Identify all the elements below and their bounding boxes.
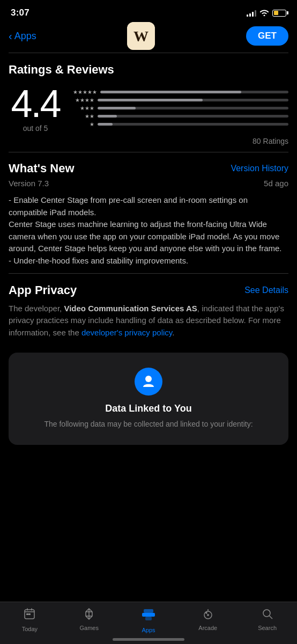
privacy-policy-link[interactable]: developer's privacy policy <box>81 328 172 337</box>
nav-item-today[interactable]: Today <box>8 608 51 632</box>
version-date: 5d ago <box>264 179 288 188</box>
big-rating-number: 4.4 <box>11 84 60 123</box>
status-icons <box>247 9 286 18</box>
version-history-link[interactable]: Version History <box>231 164 288 173</box>
back-button[interactable]: ‹ Apps <box>9 30 36 42</box>
status-bar: 3:07 <box>0 0 297 24</box>
home-indicator <box>113 638 184 641</box>
star-row-4: ★★★★ <box>73 97 288 103</box>
ratings-section: Ratings & Reviews 4.4 out of 5 ★★★★★ ★★★… <box>0 53 297 152</box>
star-label-3: ★★★ <box>73 105 94 111</box>
star-label-4: ★★★★ <box>73 97 94 103</box>
bar-track-5 <box>100 91 288 93</box>
apps-icon <box>141 608 156 625</box>
today-icon <box>23 608 36 624</box>
search-icon <box>261 608 274 623</box>
search-label: Search <box>258 625 277 631</box>
version-number: Version 7.3 <box>9 179 49 188</box>
data-linked-title: Data Linked to You <box>105 403 191 414</box>
svg-rect-12 <box>142 613 155 617</box>
version-row: Version 7.3 5d ago <box>9 179 288 188</box>
big-rating: 4.4 out of 5 <box>9 84 62 133</box>
bar-fill-5 <box>100 91 241 93</box>
arcade-label: Arcade <box>198 625 217 631</box>
ratings-row: 4.4 out of 5 ★★★★★ ★★★★ ★★★ <box>9 84 288 133</box>
back-label: Apps <box>14 31 36 42</box>
bar-fill-2 <box>98 115 117 118</box>
data-linked-description: The following data may be collected and … <box>44 419 253 430</box>
star-label-2: ★★ <box>73 113 94 119</box>
nav-item-arcade[interactable]: Arcade <box>187 608 229 631</box>
privacy-description: The developer, Video Communication Servi… <box>9 303 288 339</box>
developer-name: Video Communication Services AS <box>64 304 197 313</box>
svg-rect-8 <box>28 613 31 615</box>
svg-rect-14 <box>145 617 152 620</box>
ratings-count: 80 Ratings <box>9 137 288 145</box>
wifi-icon <box>259 9 269 18</box>
get-button[interactable]: GET <box>246 26 288 46</box>
data-linked-card: Data Linked to You The following data ma… <box>9 353 288 445</box>
today-label: Today <box>22 626 38 632</box>
whats-new-section: What's New Version History Version 7.3 5… <box>0 152 297 273</box>
out-of-label: out of 5 <box>23 124 48 133</box>
star-row-3: ★★★ <box>73 105 288 111</box>
nav-item-apps[interactable]: Apps <box>127 608 170 633</box>
data-linked-icon <box>135 368 162 396</box>
nav-item-search[interactable]: Search <box>246 608 289 631</box>
svg-point-18 <box>206 612 207 613</box>
games-label: Games <box>79 625 98 631</box>
app-icon: W <box>127 22 155 50</box>
bar-fill-3 <box>98 107 136 109</box>
svg-text:W: W <box>133 28 148 45</box>
battery-icon <box>272 10 286 17</box>
svg-line-21 <box>269 616 272 619</box>
nav-bar: ‹ Apps W GET <box>0 24 297 53</box>
see-details-link[interactable]: See Details <box>244 286 288 295</box>
app-privacy-section: App Privacy See Details The developer, V… <box>0 274 297 346</box>
apps-label: Apps <box>142 627 155 633</box>
svg-rect-7 <box>26 613 28 615</box>
bar-track-3 <box>98 107 288 109</box>
app-privacy-header: App Privacy See Details <box>9 283 288 297</box>
whats-new-title: What's New <box>9 162 75 175</box>
ratings-title: Ratings & Reviews <box>9 63 288 77</box>
arcade-icon <box>202 608 214 623</box>
status-time: 3:07 <box>11 8 29 18</box>
svg-point-20 <box>263 610 270 617</box>
stars-breakdown: ★★★★★ ★★★★ ★★★ ★★ <box>73 89 288 127</box>
bar-fill-1 <box>98 123 113 126</box>
app-privacy-title: App Privacy <box>9 283 77 297</box>
star-row-1: ★ <box>73 121 288 127</box>
svg-rect-13 <box>144 609 153 613</box>
games-icon <box>83 608 95 623</box>
nav-item-games[interactable]: Games <box>68 608 110 631</box>
bar-track-4 <box>98 99 288 101</box>
star-label-5: ★★★★★ <box>73 89 97 95</box>
bar-track-2 <box>98 115 288 118</box>
signal-icon <box>247 10 256 17</box>
star-label-1: ★ <box>73 121 94 127</box>
whats-new-description: - Enable Center Stage from pre-call scre… <box>9 194 288 267</box>
back-chevron-icon: ‹ <box>9 30 12 42</box>
bar-track-1 <box>98 123 288 126</box>
whats-new-header: What's New Version History <box>9 162 288 175</box>
svg-point-2 <box>145 376 152 382</box>
bar-fill-4 <box>98 99 203 101</box>
star-row-2: ★★ <box>73 113 288 119</box>
star-row-5: ★★★★★ <box>73 89 288 95</box>
